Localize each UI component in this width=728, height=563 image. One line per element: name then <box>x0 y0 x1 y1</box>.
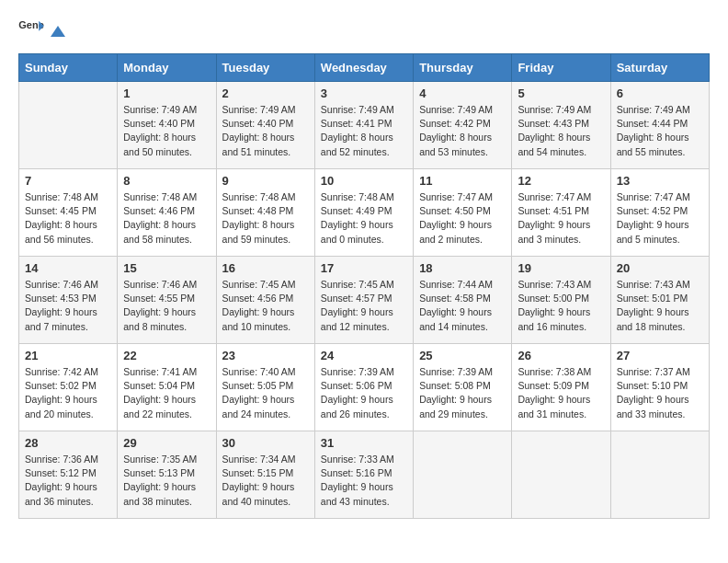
calendar-header: SundayMondayTuesdayWednesdayThursdayFrid… <box>19 54 710 82</box>
calendar-cell: 3Sunrise: 7:49 AM Sunset: 4:41 PM Daylig… <box>314 82 413 169</box>
calendar-cell: 10Sunrise: 7:48 AM Sunset: 4:49 PM Dayli… <box>314 169 413 257</box>
day-of-week-header: Saturday <box>610 54 709 82</box>
calendar-cell <box>610 431 709 519</box>
day-content: Sunrise: 7:49 AM Sunset: 4:44 PM Dayligh… <box>617 103 703 159</box>
day-number: 19 <box>518 261 604 275</box>
day-number: 4 <box>419 86 506 100</box>
day-content: Sunrise: 7:37 AM Sunset: 5:10 PM Dayligh… <box>617 365 703 421</box>
day-content: Sunrise: 7:43 AM Sunset: 5:00 PM Dayligh… <box>518 278 604 334</box>
day-content: Sunrise: 7:48 AM Sunset: 4:46 PM Dayligh… <box>123 190 210 247</box>
calendar-cell: 21Sunrise: 7:42 AM Sunset: 5:02 PM Dayli… <box>19 344 118 431</box>
day-content: Sunrise: 7:46 AM Sunset: 4:55 PM Dayligh… <box>123 278 210 334</box>
svg-marker-2 <box>51 26 65 37</box>
calendar-cell: 22Sunrise: 7:41 AM Sunset: 5:04 PM Dayli… <box>118 344 216 431</box>
day-content: Sunrise: 7:49 AM Sunset: 4:42 PM Dayligh… <box>419 103 506 159</box>
logo-icon: General <box>18 18 44 39</box>
day-content: Sunrise: 7:39 AM Sunset: 5:06 PM Dayligh… <box>321 365 407 421</box>
day-number: 27 <box>617 349 703 362</box>
calendar-cell: 17Sunrise: 7:45 AM Sunset: 4:57 PM Dayli… <box>314 257 413 344</box>
calendar-cell: 6Sunrise: 7:49 AM Sunset: 4:44 PM Daylig… <box>610 82 709 169</box>
day-content: Sunrise: 7:34 AM Sunset: 5:15 PM Dayligh… <box>222 453 309 509</box>
calendar-cell: 5Sunrise: 7:49 AM Sunset: 4:43 PM Daylig… <box>512 82 610 169</box>
calendar-cell <box>19 82 118 169</box>
calendar-week-row: 1Sunrise: 7:49 AM Sunset: 4:40 PM Daylig… <box>19 82 710 169</box>
day-number: 28 <box>25 436 111 450</box>
day-number: 9 <box>222 174 309 188</box>
day-content: Sunrise: 7:48 AM Sunset: 4:48 PM Dayligh… <box>222 190 309 247</box>
day-number: 26 <box>518 349 604 362</box>
day-number: 15 <box>123 261 210 275</box>
day-content: Sunrise: 7:49 AM Sunset: 4:43 PM Dayligh… <box>518 103 604 159</box>
day-content: Sunrise: 7:47 AM Sunset: 4:50 PM Dayligh… <box>419 190 506 247</box>
day-number: 8 <box>123 174 210 188</box>
calendar-week-row: 28Sunrise: 7:36 AM Sunset: 5:12 PM Dayli… <box>19 431 710 519</box>
day-number: 7 <box>25 174 111 188</box>
day-number: 18 <box>419 261 506 275</box>
day-content: Sunrise: 7:40 AM Sunset: 5:05 PM Dayligh… <box>222 365 309 421</box>
day-of-week-header: Wednesday <box>314 54 413 82</box>
day-of-week-header: Friday <box>512 54 610 82</box>
day-number: 20 <box>617 261 703 275</box>
calendar-cell: 31Sunrise: 7:33 AM Sunset: 5:16 PM Dayli… <box>314 431 413 519</box>
day-content: Sunrise: 7:49 AM Sunset: 4:40 PM Dayligh… <box>123 103 210 159</box>
calendar-table: SundayMondayTuesdayWednesdayThursdayFrid… <box>18 53 710 519</box>
day-number: 24 <box>321 349 407 362</box>
calendar-cell <box>512 431 610 519</box>
calendar-cell: 18Sunrise: 7:44 AM Sunset: 4:58 PM Dayli… <box>414 257 512 344</box>
day-content: Sunrise: 7:39 AM Sunset: 5:08 PM Dayligh… <box>419 365 506 421</box>
day-of-week-header: Thursday <box>414 54 512 82</box>
day-number: 21 <box>25 349 111 362</box>
day-number: 12 <box>518 174 604 188</box>
day-content: Sunrise: 7:43 AM Sunset: 5:01 PM Dayligh… <box>617 278 703 334</box>
day-content: Sunrise: 7:46 AM Sunset: 4:53 PM Dayligh… <box>25 278 111 334</box>
calendar-cell: 12Sunrise: 7:47 AM Sunset: 4:51 PM Dayli… <box>512 169 610 257</box>
day-number: 22 <box>123 349 210 362</box>
day-content: Sunrise: 7:44 AM Sunset: 4:58 PM Dayligh… <box>419 278 506 334</box>
calendar-cell: 7Sunrise: 7:48 AM Sunset: 4:45 PM Daylig… <box>19 169 118 257</box>
calendar-cell: 19Sunrise: 7:43 AM Sunset: 5:00 PM Dayli… <box>512 257 610 344</box>
day-number: 29 <box>123 436 210 450</box>
day-number: 11 <box>419 174 506 188</box>
day-number: 17 <box>321 261 407 275</box>
day-number: 1 <box>123 86 210 100</box>
calendar-cell: 25Sunrise: 7:39 AM Sunset: 5:08 PM Dayli… <box>414 344 512 431</box>
day-number: 14 <box>25 261 111 275</box>
calendar-cell: 8Sunrise: 7:48 AM Sunset: 4:46 PM Daylig… <box>118 169 216 257</box>
day-content: Sunrise: 7:42 AM Sunset: 5:02 PM Dayligh… <box>25 365 111 421</box>
calendar-cell: 15Sunrise: 7:46 AM Sunset: 4:55 PM Dayli… <box>118 257 216 344</box>
day-number: 16 <box>222 261 309 275</box>
day-content: Sunrise: 7:49 AM Sunset: 4:40 PM Dayligh… <box>222 103 309 159</box>
calendar-cell: 27Sunrise: 7:37 AM Sunset: 5:10 PM Dayli… <box>610 344 709 431</box>
day-of-week-header: Sunday <box>19 54 118 82</box>
day-content: Sunrise: 7:41 AM Sunset: 5:04 PM Dayligh… <box>123 365 210 421</box>
calendar-cell: 30Sunrise: 7:34 AM Sunset: 5:15 PM Dayli… <box>216 431 314 519</box>
calendar-cell: 2Sunrise: 7:49 AM Sunset: 4:40 PM Daylig… <box>216 82 314 169</box>
day-content: Sunrise: 7:47 AM Sunset: 4:51 PM Dayligh… <box>518 190 604 247</box>
day-number: 23 <box>222 349 309 362</box>
page-header: General <box>18 18 710 39</box>
calendar-week-row: 14Sunrise: 7:46 AM Sunset: 4:53 PM Dayli… <box>19 257 710 344</box>
calendar-cell: 13Sunrise: 7:47 AM Sunset: 4:52 PM Dayli… <box>610 169 709 257</box>
day-number: 2 <box>222 86 309 100</box>
calendar-cell: 28Sunrise: 7:36 AM Sunset: 5:12 PM Dayli… <box>19 431 118 519</box>
calendar-cell: 9Sunrise: 7:48 AM Sunset: 4:48 PM Daylig… <box>216 169 314 257</box>
calendar-week-row: 21Sunrise: 7:42 AM Sunset: 5:02 PM Dayli… <box>19 344 710 431</box>
day-number: 25 <box>419 349 506 362</box>
logo: General <box>18 18 68 39</box>
day-content: Sunrise: 7:33 AM Sunset: 5:16 PM Dayligh… <box>321 453 407 509</box>
day-content: Sunrise: 7:48 AM Sunset: 4:45 PM Dayligh… <box>25 190 111 247</box>
calendar-cell: 4Sunrise: 7:49 AM Sunset: 4:42 PM Daylig… <box>414 82 512 169</box>
day-content: Sunrise: 7:47 AM Sunset: 4:52 PM Dayligh… <box>617 190 703 247</box>
day-content: Sunrise: 7:38 AM Sunset: 5:09 PM Dayligh… <box>518 365 604 421</box>
day-number: 5 <box>518 86 604 100</box>
day-number: 6 <box>617 86 703 100</box>
day-number: 3 <box>321 86 407 100</box>
calendar-cell: 26Sunrise: 7:38 AM Sunset: 5:09 PM Dayli… <box>512 344 610 431</box>
day-content: Sunrise: 7:45 AM Sunset: 4:57 PM Dayligh… <box>321 278 407 334</box>
calendar-cell <box>414 431 512 519</box>
day-number: 31 <box>321 436 407 450</box>
day-content: Sunrise: 7:48 AM Sunset: 4:49 PM Dayligh… <box>321 190 407 247</box>
calendar-cell: 14Sunrise: 7:46 AM Sunset: 4:53 PM Dayli… <box>19 257 118 344</box>
calendar-cell: 16Sunrise: 7:45 AM Sunset: 4:56 PM Dayli… <box>216 257 314 344</box>
calendar-cell: 24Sunrise: 7:39 AM Sunset: 5:06 PM Dayli… <box>314 344 413 431</box>
